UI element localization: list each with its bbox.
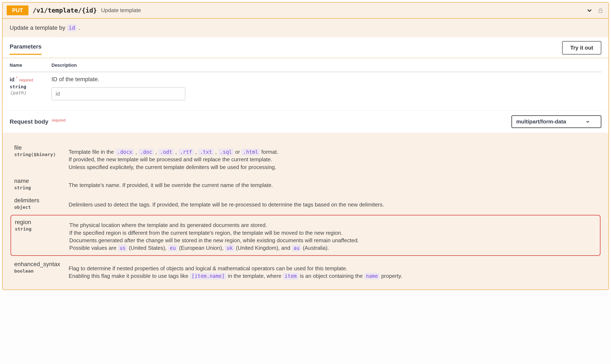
field-description: Delimiters used to detect the tags. If p… [69, 197, 384, 208]
ext-chip: .sql [218, 149, 234, 156]
required-label: required [19, 78, 33, 82]
svg-rect-0 [599, 10, 602, 13]
col-header-name: Name [10, 59, 52, 72]
field-type: string($binary) [14, 152, 69, 157]
ext-chip: .odt [158, 149, 174, 156]
operation-card: PUT /v1/template/{id} Update template Up… [2, 2, 609, 290]
text: , [134, 149, 139, 155]
text: Possible values are [69, 245, 118, 251]
param-row-id: id * required string (path) ID of the te… [10, 72, 601, 104]
field-name: file [14, 144, 22, 151]
field-description: Template file in the .docx , .doc , .odt… [69, 144, 278, 171]
parameters-table-block: Name Description id * required string (p… [2, 59, 609, 110]
required-star: * [16, 76, 18, 80]
chevron-down-icon[interactable] [586, 7, 593, 14]
text: If the specified region is different fro… [69, 230, 342, 236]
parameters-bar: Parameters Try it out [2, 37, 609, 57]
field-type: string [14, 185, 69, 190]
text: The physical location where the template… [69, 222, 267, 228]
text: (United States), [127, 245, 168, 251]
field-name: delimiters [14, 197, 39, 204]
text: Template file in the [69, 149, 116, 155]
text: property. [381, 273, 402, 279]
param-name: id [10, 76, 14, 83]
http-method-badge: PUT [7, 5, 28, 15]
syntax-chip: [item.name] [190, 273, 226, 279]
try-it-out-button[interactable]: Try it out [562, 41, 601, 55]
content-type-value: multipart/form-data [516, 118, 566, 125]
param-type: string [10, 84, 52, 89]
request-body-bar: Request body required multipart/form-dat… [2, 110, 609, 133]
region-chip: uk [225, 245, 234, 251]
text: Enabling this flag make it possible to u… [69, 273, 190, 279]
text: format. [261, 149, 278, 155]
desc-text-pre: Update a template by [10, 25, 67, 31]
endpoint-summary: Update template [101, 7, 141, 13]
chevron-down-icon [585, 119, 590, 124]
region-chip: au [292, 245, 301, 251]
field-description: The template's name. If provided, it wil… [69, 178, 273, 189]
field-name: name [14, 178, 29, 184]
parameters-tab[interactable]: Parameters [10, 43, 42, 55]
param-description: ID of the template. [52, 76, 601, 83]
col-header-description: Description [52, 59, 601, 72]
syntax-chip: item [283, 273, 298, 279]
body-row-name: name string The template's name. If prov… [14, 174, 597, 194]
param-location: (path) [10, 90, 52, 95]
text: Flag to determine if nested properties o… [69, 265, 348, 272]
field-type: boolean [14, 268, 69, 274]
lock-icon[interactable] [598, 8, 603, 13]
body-row-delimiters: delimiters object Delimiters used to det… [14, 194, 597, 213]
field-type: object [14, 205, 69, 210]
syntax-chip: name [364, 273, 380, 279]
field-name: enhanced_syntax [14, 261, 60, 267]
request-body-label: Request body [10, 118, 48, 125]
ext-chip: .txt [198, 149, 214, 156]
param-id-input[interactable] [52, 87, 185, 100]
text: , [174, 149, 178, 155]
region-chip: eu [168, 245, 178, 251]
operation-description: Update a template by id . [2, 19, 609, 37]
content-type-select[interactable]: multipart/form-data [511, 115, 601, 128]
text: (United Kingdom), and [234, 245, 292, 251]
field-name: region [15, 219, 31, 225]
ext-chip: .html [241, 149, 260, 156]
endpoint-path: /v1/template/{id} [33, 7, 97, 14]
request-body-required: required [52, 118, 65, 122]
text: is an object containing the [300, 273, 364, 279]
text: , [154, 149, 158, 155]
field-description: The physical location where the template… [69, 219, 359, 252]
operation-header[interactable]: PUT /v1/template/{id} Update template [2, 2, 609, 19]
field-type: string [15, 226, 69, 232]
body-row-file: file string($binary) Template file in th… [14, 141, 597, 174]
text: (Australia). [301, 245, 329, 251]
body-row-enhanced-syntax: enhanced_syntax boolean Flag to determin… [14, 258, 597, 283]
text: Unless specified explicitely, the curren… [69, 164, 276, 170]
field-description: Flag to determine if nested properties o… [69, 261, 402, 280]
desc-text-post: . [78, 25, 80, 31]
body-row-region-highlighted: region string The physical location wher… [11, 215, 600, 256]
text: (European Union), [177, 245, 225, 251]
text: If provided, the new template will be pr… [69, 156, 272, 163]
desc-code-chip: id [67, 24, 77, 31]
text: or [234, 149, 241, 155]
ext-chip: .doc [139, 149, 154, 156]
ext-chip: .rtf [178, 149, 194, 156]
text: Documents generated after the change wil… [69, 237, 359, 244]
parameters-table: Name Description id * required string (p… [10, 59, 601, 104]
request-body-fields: file string($binary) Template file in th… [2, 133, 609, 289]
region-chip: us [118, 245, 128, 251]
ext-chip: .docx [116, 149, 134, 156]
text: , [214, 149, 218, 155]
text: , [194, 149, 198, 155]
request-body-title: Request body required [10, 118, 65, 125]
text: in the template, where [228, 273, 283, 279]
